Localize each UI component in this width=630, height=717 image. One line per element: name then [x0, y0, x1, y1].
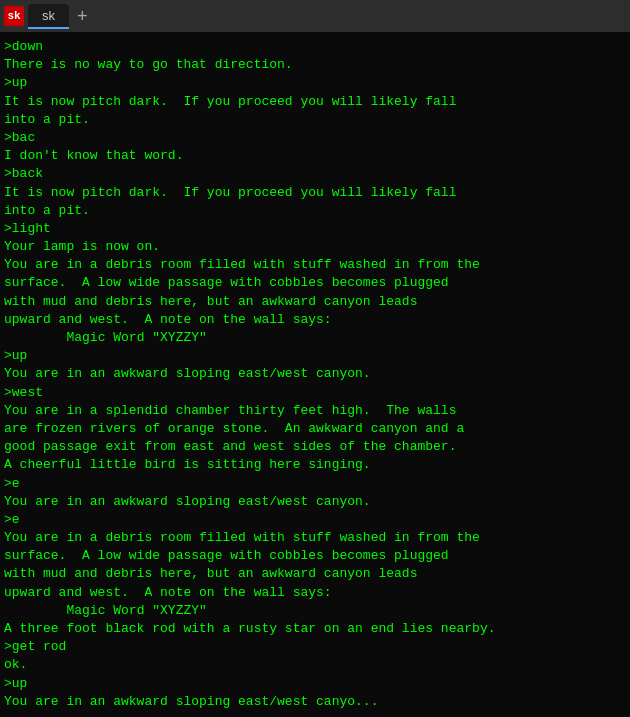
output-line: are frozen rivers of orange stone. An aw…	[4, 420, 626, 438]
output-line: I don't know that word.	[4, 147, 626, 165]
prompt-line: >e	[4, 475, 626, 493]
prompt-line: >get rod	[4, 638, 626, 656]
terminal-tab[interactable]: sk	[28, 4, 69, 29]
output-line: You are in an awkward sloping east/west …	[4, 493, 626, 511]
prompt-line: >up	[4, 347, 626, 365]
output-line: You are in an awkward sloping east/west …	[4, 693, 626, 711]
terminal-icon-label: sk	[7, 10, 20, 22]
prompt-line: >up	[4, 675, 626, 693]
prompt-line: >light	[4, 220, 626, 238]
terminal-output[interactable]: >downThere is no way to go that directio…	[0, 32, 630, 717]
output-line: into a pit.	[4, 202, 626, 220]
output-line: good passage exit from east and west sid…	[4, 438, 626, 456]
output-line: upward and west. A note on the wall says…	[4, 311, 626, 329]
output-line: It is now pitch dark. If you proceed you…	[4, 93, 626, 111]
output-line: Magic Word "XYZZY"	[4, 329, 626, 347]
output-line: surface. A low wide passage with cobbles…	[4, 274, 626, 292]
prompt-line: >west	[4, 384, 626, 402]
prompt-line: >e	[4, 511, 626, 529]
output-line: It is now pitch dark. If you proceed you…	[4, 184, 626, 202]
output-line: Your lamp is now on.	[4, 238, 626, 256]
output-line: ok.	[4, 656, 626, 674]
prompt-line: >back	[4, 165, 626, 183]
output-line: There is no way to go that direction.	[4, 56, 626, 74]
output-line: You are in a debris room filled with stu…	[4, 256, 626, 274]
prompt-line: >up	[4, 74, 626, 92]
terminal-icon: sk	[4, 6, 24, 26]
output-line: surface. A low wide passage with cobbles…	[4, 547, 626, 565]
output-line: with mud and debris here, but an awkward…	[4, 293, 626, 311]
output-line: upward and west. A note on the wall says…	[4, 584, 626, 602]
titlebar: sk sk +	[0, 0, 630, 32]
tab-label: sk	[42, 8, 55, 23]
output-line: A cheerful little bird is sitting here s…	[4, 456, 626, 474]
add-tab-button[interactable]: +	[77, 6, 88, 27]
output-line: You are in an awkward sloping east/west …	[4, 365, 626, 383]
output-line: A three foot black rod with a rusty star…	[4, 620, 626, 638]
output-line: You are in a debris room filled with stu…	[4, 529, 626, 547]
prompt-line: >down	[4, 38, 626, 56]
output-line: with mud and debris here, but an awkward…	[4, 565, 626, 583]
prompt-line: >bac	[4, 129, 626, 147]
output-line: Magic Word "XYZZY"	[4, 602, 626, 620]
output-line: You are in a splendid chamber thirty fee…	[4, 402, 626, 420]
output-line: into a pit.	[4, 111, 626, 129]
